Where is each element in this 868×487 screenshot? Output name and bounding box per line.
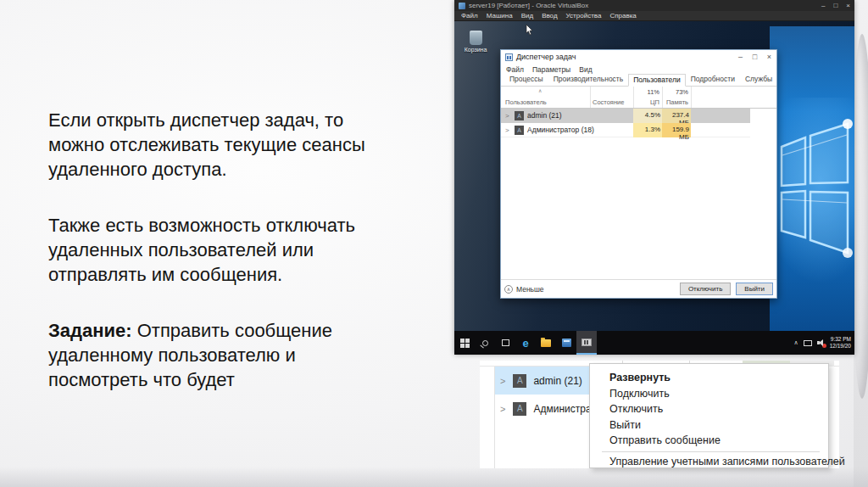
tm-maximize-button[interactable]: □: [748, 53, 762, 61]
expand-chevron-icon[interactable]: >: [500, 376, 505, 386]
cpu-value: 1.3%: [633, 123, 662, 137]
vm-maximize-button[interactable]: □: [833, 2, 837, 9]
menu-item-signout[interactable]: Выйти: [590, 417, 828, 434]
task-view-icon: [502, 339, 509, 346]
user-name: admin (21): [533, 375, 581, 387]
user-avatar: A: [513, 374, 526, 388]
slide: Если открыть диспетчер задач, то можно о…: [0, 0, 868, 487]
expand-chevron-icon[interactable]: >: [505, 126, 509, 134]
user-name: admin (21): [527, 111, 562, 120]
virtualbox-titlebar[interactable]: server19 [Работает] - Oracle VirtualBox …: [454, 0, 854, 11]
user-avatar: A: [515, 126, 524, 135]
task-manager-titlebar[interactable]: Диспетчер задач – □ ×: [501, 50, 776, 64]
fewer-details-label[interactable]: Меньше: [516, 285, 544, 294]
windows-start-icon: [460, 339, 470, 348]
virtualbox-title: server19 [Работает] - Oracle VirtualBox: [469, 2, 818, 9]
system-tray: ∧ 9:32 PM 12/19/20: [794, 336, 854, 350]
memory-total-percent: 73%: [662, 88, 688, 96]
network-icon[interactable]: [804, 340, 812, 346]
slide-right-decoration: [854, 0, 868, 487]
virtualbox-menubar: Файл Машина Вид Ввод Устройства Справка: [454, 11, 854, 21]
tab-services[interactable]: Службы: [740, 73, 777, 86]
column-cpu[interactable]: ЦП: [633, 98, 659, 106]
menu-item-connect[interactable]: Подключить: [590, 386, 828, 402]
taskbar-search[interactable]: [475, 331, 495, 355]
sort-ascending-icon: ∧: [538, 87, 542, 93]
blue-app-icon: [562, 339, 571, 347]
user-row-admin[interactable]: > A admin (21): [495, 367, 589, 395]
task-manager-taskbar-button[interactable]: [576, 331, 597, 355]
fewer-details-icon[interactable]: ∧: [504, 285, 513, 294]
tm-close-button[interactable]: ×: [762, 53, 776, 61]
vbox-menu-help[interactable]: Справка: [609, 12, 636, 20]
task-manager-footer: ∧ Меньше Отключить Выйти: [501, 279, 776, 298]
cpu-total-percent: 11%: [633, 88, 659, 96]
disconnect-button[interactable]: Отключить: [680, 283, 731, 295]
zoomed-users-screenshot: > A admin (21) > A Администратор (17) Ра…: [480, 361, 839, 468]
tm-minimize-button[interactable]: –: [733, 53, 748, 61]
edge-button[interactable]: e: [515, 331, 536, 355]
cpu-value: 4.5%: [633, 109, 662, 123]
menu-item-manage-accounts[interactable]: Управление учетными записями пользовател…: [590, 454, 828, 470]
start-button[interactable]: [454, 331, 475, 355]
task-view-button[interactable]: [495, 331, 515, 355]
paragraph-capabilities: Также есть возможность отключать удаленн…: [48, 213, 398, 287]
tm-menu-view[interactable]: Вид: [579, 65, 592, 74]
tab-details[interactable]: Подробности: [686, 73, 740, 86]
user-row-administrator[interactable]: > A Администратор (17): [495, 395, 589, 423]
edge-icon: e: [522, 337, 528, 350]
file-explorer-button[interactable]: [536, 331, 556, 355]
task-manager-app-icon: [581, 339, 592, 346]
tab-processes[interactable]: Процессы: [504, 73, 548, 86]
menu-item-expand[interactable]: Развернуть: [590, 370, 828, 386]
windows-desktop: Корзина Диспетчер задач – □ × Файл: [454, 21, 854, 331]
memory-value: 159.9 МБ: [662, 123, 691, 137]
column-user[interactable]: Пользователь: [505, 98, 547, 106]
vm-close-button[interactable]: ×: [846, 2, 850, 9]
tray-expand-icon[interactable]: ∧: [794, 339, 798, 346]
mouse-cursor: [526, 25, 533, 36]
file-explorer-icon: [541, 339, 551, 347]
clock-date: 12/19/20: [830, 343, 851, 350]
volume-muted-icon[interactable]: [817, 339, 825, 346]
task-manager-tabs: Процессы Производительность Пользователи…: [501, 75, 776, 87]
recycle-bin-label: Корзина: [461, 47, 490, 53]
pinned-app-button[interactable]: [556, 331, 576, 355]
menu-item-send-message[interactable]: Отправить сообщение: [590, 433, 828, 449]
vbox-menu-input[interactable]: Ввод: [542, 12, 557, 20]
taskbar-clock[interactable]: 9:32 PM 12/19/20: [830, 336, 851, 350]
column-status[interactable]: Состояние: [593, 98, 624, 106]
vbox-menu-machine[interactable]: Машина: [487, 12, 513, 20]
vbox-menu-view[interactable]: Вид: [521, 12, 533, 20]
signout-button[interactable]: Выйти: [736, 283, 773, 295]
windows-taskbar: e ∧ 9:32 PM 12/19/20: [454, 331, 854, 355]
column-memory[interactable]: Память: [662, 98, 688, 106]
paragraph-task-manager: Если открыть диспетчер задач, то можно о…: [48, 108, 398, 182]
vbox-menu-file[interactable]: Файл: [461, 12, 478, 20]
task-manager-window: Диспетчер задач – □ × Файл Параметры Вид…: [500, 49, 777, 299]
user-context-menu: Развернуть Подключить Отключить Выйти От…: [589, 363, 829, 468]
paragraph-assignment: Задание: Отправить сообщение удаленному …: [48, 318, 398, 392]
tab-users[interactable]: Пользователи: [628, 74, 685, 87]
user-name: Администратор (18): [527, 126, 594, 134]
clock-time: 9:32 PM: [830, 336, 851, 343]
vbox-menu-devices[interactable]: Устройства: [566, 12, 602, 20]
user-row-admin[interactable]: > A admin (21) 4.5% 237.4 МБ: [501, 109, 750, 123]
expand-chevron-icon[interactable]: >: [505, 112, 509, 120]
tm-menu-options[interactable]: Параметры: [532, 65, 570, 74]
task-manager-title: Диспетчер задач: [516, 53, 730, 61]
tab-performance[interactable]: Производительность: [548, 73, 629, 86]
user-avatar: A: [513, 402, 526, 416]
menu-item-disconnect[interactable]: Отключить: [590, 401, 828, 417]
user-row-administrator[interactable]: > A Администратор (18) 1.3% 159.9 МБ: [501, 123, 750, 137]
menu-separator: [602, 451, 820, 452]
expand-chevron-icon[interactable]: >: [500, 404, 505, 414]
slide-bottom-decoration: [0, 467, 868, 487]
users-table-header[interactable]: ∧ Пользователь Состояние 11% ЦП 73% Памя…: [501, 87, 776, 109]
virtualbox-icon: [459, 3, 465, 9]
recycle-bin-icon: [470, 31, 482, 45]
vm-minimize-button[interactable]: –: [821, 2, 825, 9]
windows-logo: [774, 111, 854, 264]
recycle-bin[interactable]: Корзина: [461, 31, 490, 53]
tm-menu-file[interactable]: Файл: [506, 65, 524, 74]
